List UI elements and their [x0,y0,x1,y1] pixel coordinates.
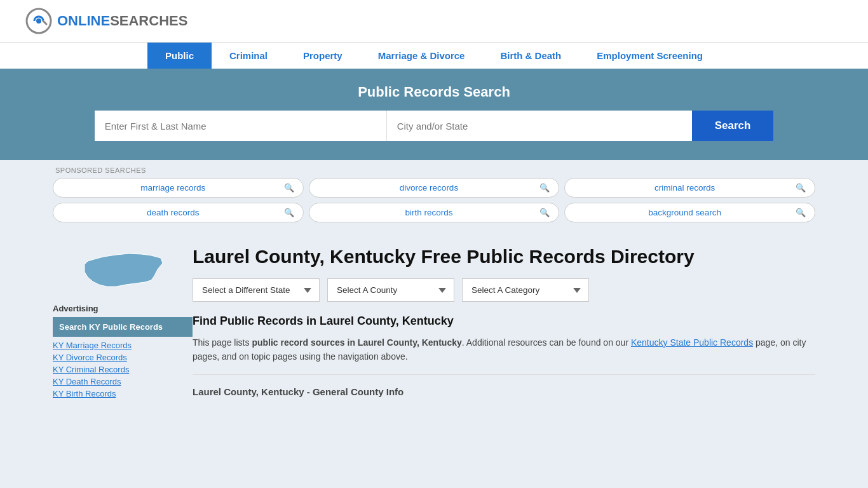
header: ONLINESEARCHES [0,0,868,42]
county-dropdown[interactable]: Select A County [327,278,454,302]
nav-public[interactable]: Public [147,43,212,69]
name-input[interactable] [95,111,387,141]
ad-active-item[interactable]: Search KY Public Records [53,317,193,337]
tag-death-records[interactable]: death records 🔍 [53,203,304,222]
search-tags: marriage records 🔍 divorce records 🔍 cri… [53,178,815,229]
tag-criminal-records[interactable]: criminal records 🔍 [564,178,815,198]
search-button[interactable]: Search [692,111,774,141]
nav-employment[interactable]: Employment Screening [579,43,721,69]
kentucky-map-shape [81,245,164,296]
search-tag-icon: 🔍 [796,183,806,193]
nav-birth-death[interactable]: Birth & Death [482,43,579,69]
search-tag-icon: 🔍 [284,208,294,217]
svg-point-1 [36,18,41,24]
state-dropdown[interactable]: Select a Different State [193,278,320,302]
nav-criminal[interactable]: Criminal [212,43,285,69]
state-records-link[interactable]: Kentucky State Public Records [631,337,753,348]
section-divider [193,374,815,375]
nav-marriage-divorce[interactable]: Marriage & Divorce [360,43,483,69]
search-form: Search [85,111,783,141]
search-tag-icon: 🔍 [539,183,550,193]
ad-link-birth[interactable]: KY Birth Records [53,388,193,400]
search-banner: Public Records Search Search [0,69,868,160]
state-map [53,245,193,296]
ad-link-divorce[interactable]: KY Divorce Records [53,351,193,363]
ad-link-marriage[interactable]: KY Marriage Records [53,339,193,351]
advertising-section: Advertising Search KY Public Records KY … [53,304,193,400]
dropdowns-row: Select a Different State Select A County… [193,278,815,302]
right-content: Laurel County, Kentucky Free Public Reco… [193,245,815,402]
ad-link-criminal[interactable]: KY Criminal Records [53,363,193,376]
find-records-bold: public record sources in Laurel County, … [252,337,461,348]
nav-property[interactable]: Property [285,43,360,69]
search-banner-title: Public Records Search [25,84,843,100]
tag-divorce-records[interactable]: divorce records 🔍 [309,178,560,198]
advertising-label: Advertising [53,304,193,313]
sponsored-section: SPONSORED SEARCHES marriage records 🔍 di… [40,160,828,235]
tag-birth-records[interactable]: birth records 🔍 [309,203,560,222]
find-records-title: Find Public Records in Laurel County, Ke… [193,315,815,328]
find-records-desc: This page lists public record sources in… [193,336,815,364]
search-tag-icon: 🔍 [539,208,550,217]
left-sidebar: Advertising Search KY Public Records KY … [53,245,193,402]
logo-icon [25,8,52,34]
search-tag-icon: 🔍 [284,183,294,193]
tag-background-search[interactable]: background search 🔍 [564,203,815,222]
svg-line-2 [43,21,46,24]
category-dropdown[interactable]: Select A Category [462,278,589,302]
sponsored-label: SPONSORED SEARCHES [53,166,815,178]
tag-marriage-records[interactable]: marriage records 🔍 [53,178,304,198]
logo-text: ONLINESEARCHES [57,13,187,29]
page-title: Laurel County, Kentucky Free Public Reco… [193,245,815,268]
logo: ONLINESEARCHES [25,8,187,34]
location-input[interactable] [387,111,692,141]
main-nav: Public Criminal Property Marriage & Divo… [0,42,868,69]
ad-link-death[interactable]: KY Death Records [53,376,193,388]
search-tag-icon: 🔍 [796,208,806,217]
main-content: Advertising Search KY Public Records KY … [40,235,828,412]
general-info-title: Laurel County, Kentucky - General County… [193,381,815,402]
